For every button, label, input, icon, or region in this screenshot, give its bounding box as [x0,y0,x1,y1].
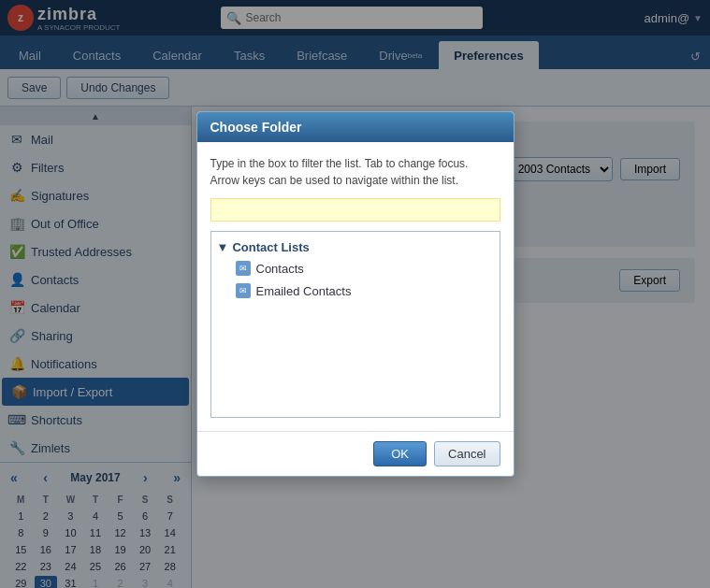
ok-button[interactable]: OK [373,441,427,466]
tree-item-label: Contacts [256,262,304,276]
choose-folder-modal: Choose Folder Type in the box to filter … [196,111,514,477]
modal-footer: OK Cancel [197,431,514,476]
modal-body: Type in the box to filter the list. Tab … [197,142,514,431]
tree-item-label: Emailed Contacts [256,284,352,298]
tree-group-label: Contact Lists [232,240,309,254]
modal-description: Type in the box to filter the list. Tab … [210,155,500,189]
modal-title: Choose Folder [197,112,514,142]
modal-overlay: Choose Folder Type in the box to filter … [0,0,710,588]
contacts-folder-icon: ✉ [236,261,251,276]
tree-item-contacts[interactable]: ✉ Contacts [217,257,494,280]
emailed-contacts-folder-icon: ✉ [236,283,251,298]
tree-collapse-icon: ▼ [217,240,229,254]
cancel-button[interactable]: Cancel [434,441,500,466]
folder-tree: ▼ Contact Lists ✉ Contacts ✉ Emailed Con… [210,231,500,418]
folder-filter-input[interactable] [210,198,500,222]
tree-group-contact-lists[interactable]: ▼ Contact Lists [217,237,494,257]
tree-item-emailed-contacts[interactable]: ✉ Emailed Contacts [217,280,494,302]
